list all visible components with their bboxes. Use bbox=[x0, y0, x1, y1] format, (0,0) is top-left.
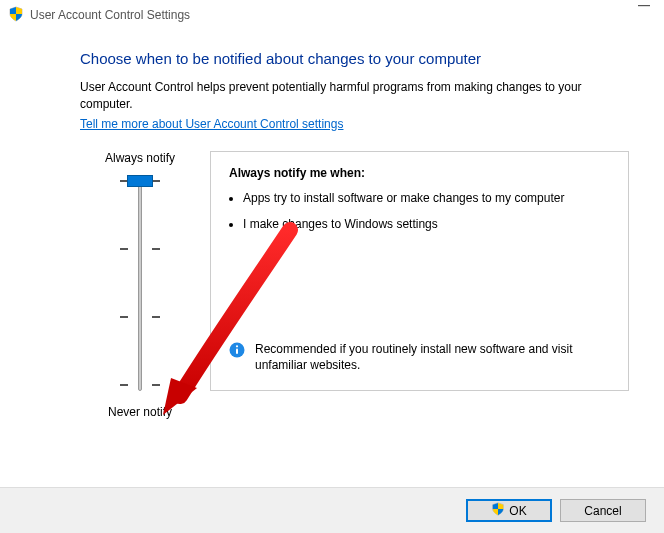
content-area: Choose when to be notified about changes… bbox=[0, 30, 664, 419]
svg-rect-0 bbox=[638, 5, 650, 6]
recommendation-text: Recommended if you routinely install new… bbox=[255, 341, 610, 373]
uac-shield-icon bbox=[491, 502, 505, 519]
page-heading: Choose when to be notified about changes… bbox=[80, 50, 629, 67]
slider-track bbox=[138, 175, 142, 391]
slider-tick bbox=[152, 316, 160, 318]
info-bullet: Apps try to install software or make cha… bbox=[243, 190, 610, 206]
slider-tick bbox=[120, 316, 128, 318]
window-title: User Account Control Settings bbox=[30, 8, 190, 22]
slider-tick bbox=[152, 180, 160, 182]
svg-point-3 bbox=[236, 345, 238, 347]
slider-tick bbox=[152, 248, 160, 250]
slider-label-top: Always notify bbox=[80, 151, 200, 165]
cancel-button-label: Cancel bbox=[584, 504, 621, 518]
ok-button-label: OK bbox=[509, 504, 526, 518]
page-description: User Account Control helps prevent poten… bbox=[80, 79, 629, 113]
cancel-button[interactable]: Cancel bbox=[560, 499, 646, 522]
info-panel-title: Always notify me when: bbox=[229, 166, 610, 180]
svg-rect-2 bbox=[236, 349, 238, 355]
dialog-button-bar: OK Cancel bbox=[0, 487, 664, 533]
slider-tick bbox=[120, 384, 128, 386]
main-area: Always notify Never notify Always notify… bbox=[80, 151, 629, 419]
titlebar: User Account Control Settings bbox=[0, 0, 664, 30]
learn-more-link[interactable]: Tell me more about User Account Control … bbox=[80, 117, 343, 131]
info-bullet: I make changes to Windows settings bbox=[243, 216, 610, 232]
info-icon bbox=[229, 342, 245, 362]
slider-thumb[interactable] bbox=[127, 175, 153, 187]
info-panel-list: Apps try to install software or make cha… bbox=[243, 190, 610, 232]
recommendation-row: Recommended if you routinely install new… bbox=[229, 341, 610, 373]
notification-slider[interactable] bbox=[80, 175, 200, 395]
slider-tick bbox=[120, 248, 128, 250]
ok-button[interactable]: OK bbox=[466, 499, 552, 522]
info-panel: Always notify me when: Apps try to insta… bbox=[210, 151, 629, 391]
uac-shield-icon bbox=[8, 6, 24, 25]
minimize-button[interactable] bbox=[638, 10, 652, 12]
slider-label-bottom: Never notify bbox=[80, 405, 200, 419]
slider-column: Always notify Never notify bbox=[80, 151, 200, 419]
slider-tick bbox=[152, 384, 160, 386]
